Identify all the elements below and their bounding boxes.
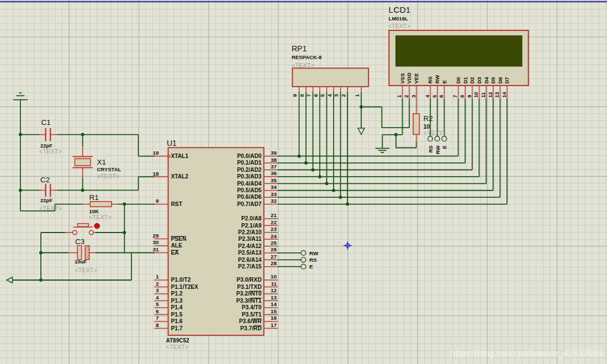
svg-text:<TEXT>: <TEXT> <box>97 173 120 180</box>
svg-text:4: 4 <box>326 94 332 97</box>
svg-text:P0.0/AD0: P0.0/AD0 <box>237 153 262 159</box>
svg-text:17: 17 <box>271 322 277 328</box>
svg-text:P2.6/A14: P2.6/A14 <box>238 257 262 263</box>
svg-text:24: 24 <box>271 233 277 239</box>
svg-text:15: 15 <box>271 308 277 314</box>
svg-text:1: 1 <box>396 94 402 98</box>
svg-text:P1.6: P1.6 <box>171 318 183 324</box>
svg-text:D3: D3 <box>476 77 482 83</box>
svg-text:P0.2/AD2: P0.2/AD2 <box>237 167 262 173</box>
svg-text:VEE: VEE <box>413 73 419 83</box>
svg-text:E: E <box>309 263 313 270</box>
svg-text:37: 37 <box>271 163 277 170</box>
svg-text:32: 32 <box>271 198 277 204</box>
svg-text:2: 2 <box>403 95 409 98</box>
svg-text:36: 36 <box>271 170 277 176</box>
svg-text:25: 25 <box>271 240 277 246</box>
svg-text:2: 2 <box>340 94 346 97</box>
svg-text:23: 23 <box>271 226 277 232</box>
svg-text:RW: RW <box>435 146 441 155</box>
svg-text:E: E <box>441 145 447 149</box>
svg-text:D1: D1 <box>462 77 468 84</box>
svg-text:31: 31 <box>153 246 159 252</box>
svg-text:RS: RS <box>427 145 434 152</box>
svg-text:P1.4: P1.4 <box>171 304 183 310</box>
svg-text:7: 7 <box>305 94 312 97</box>
svg-text:https://blog.csdn.net/weixin_4: https://blog.csdn.net/weixin_42532989 <box>450 348 603 358</box>
svg-text:16: 16 <box>271 315 277 321</box>
svg-text:11: 11 <box>480 92 486 98</box>
svg-text:<TEXT>: <TEXT> <box>166 344 189 350</box>
svg-text:10uF: 10uF <box>75 259 87 265</box>
svg-text:P0.5/AD5: P0.5/AD5 <box>237 187 262 193</box>
svg-text:28: 28 <box>271 260 277 266</box>
svg-text:P3.5/T1: P3.5/T1 <box>242 312 262 318</box>
svg-text:P1.5: P1.5 <box>171 312 183 318</box>
svg-text:RS: RS <box>309 257 317 263</box>
svg-text:14: 14 <box>271 301 277 307</box>
svg-text:P1.7: P1.7 <box>171 325 183 331</box>
svg-text:P1.1/T2EX: P1.1/T2EX <box>171 284 198 290</box>
svg-text:<TEXT>: <TEXT> <box>39 205 62 212</box>
svg-text:5: 5 <box>156 301 159 307</box>
svg-text:CRYSTAL: CRYSTAL <box>97 166 122 172</box>
svg-text:D4: D4 <box>483 77 489 84</box>
svg-text:6: 6 <box>438 95 444 98</box>
svg-text:X1: X1 <box>97 158 107 166</box>
svg-text:3: 3 <box>410 95 416 98</box>
svg-text:P2.3/A11: P2.3/A11 <box>239 236 262 242</box>
svg-text:18: 18 <box>153 171 159 177</box>
svg-text:E: E <box>441 80 447 83</box>
svg-text:RS: RS <box>427 76 433 83</box>
svg-text:8: 8 <box>299 94 305 97</box>
svg-text:8: 8 <box>156 322 159 328</box>
svg-text:P3.3/INT1: P3.3/INT1 <box>236 298 262 304</box>
svg-text:9: 9 <box>466 95 472 98</box>
svg-text:RESPACK-8: RESPACK-8 <box>292 54 321 60</box>
svg-text:RW: RW <box>434 75 440 84</box>
svg-text:12: 12 <box>271 287 277 293</box>
svg-text:34: 34 <box>271 184 277 190</box>
svg-text:33: 33 <box>271 191 277 197</box>
svg-text:P1.2: P1.2 <box>171 291 183 297</box>
svg-text:29: 29 <box>153 233 159 239</box>
svg-text:22pF: 22pF <box>40 197 52 203</box>
svg-text:ALE: ALE <box>171 242 183 249</box>
svg-text:12: 12 <box>487 92 493 98</box>
svg-text:P1.0/T2: P1.0/T2 <box>171 277 191 283</box>
svg-text:P0.4/AD4: P0.4/AD4 <box>237 181 262 187</box>
svg-text:3: 3 <box>156 287 159 293</box>
svg-text:P3.2/INT0: P3.2/INT0 <box>236 291 262 297</box>
svg-text:P3.1/TXD: P3.1/TXD <box>237 284 261 290</box>
svg-text:P2.1/A9: P2.1/A9 <box>241 223 262 229</box>
svg-text:C1: C1 <box>41 118 51 126</box>
svg-text:13: 13 <box>271 294 277 300</box>
svg-text:R2: R2 <box>424 114 433 123</box>
svg-text:D2: D2 <box>469 77 475 83</box>
svg-text:VDD: VDD <box>406 72 412 83</box>
svg-text:7: 7 <box>452 95 458 98</box>
svg-text:<TEXT>: <TEXT> <box>388 23 410 29</box>
svg-text:5: 5 <box>319 94 325 97</box>
svg-text:<TEXT>: <TEXT> <box>292 62 314 68</box>
svg-text:<TEXT>: <TEXT> <box>39 148 62 155</box>
svg-text:9: 9 <box>156 198 159 204</box>
svg-text:D6: D6 <box>497 77 503 83</box>
svg-text:7: 7 <box>156 315 159 321</box>
svg-text:1: 1 <box>156 273 159 279</box>
svg-text:D7: D7 <box>504 77 510 83</box>
svg-text:14: 14 <box>501 92 507 98</box>
svg-text:C2: C2 <box>40 176 50 184</box>
svg-text:39: 39 <box>271 150 277 156</box>
svg-text:P2.7/A15: P2.7/A15 <box>238 263 262 270</box>
svg-text:19: 19 <box>153 150 159 156</box>
svg-text:XTAL2: XTAL2 <box>171 173 189 180</box>
svg-text:LCD1: LCD1 <box>389 5 411 14</box>
svg-text:LM016L: LM016L <box>389 15 409 22</box>
svg-text:9: 9 <box>292 94 298 97</box>
svg-text:RST: RST <box>171 201 183 207</box>
svg-text:AT89C52: AT89C52 <box>166 337 189 344</box>
svg-text:C3: C3 <box>75 238 85 246</box>
svg-text:10: 10 <box>424 123 430 130</box>
svg-text:VSS: VSS <box>399 73 405 83</box>
